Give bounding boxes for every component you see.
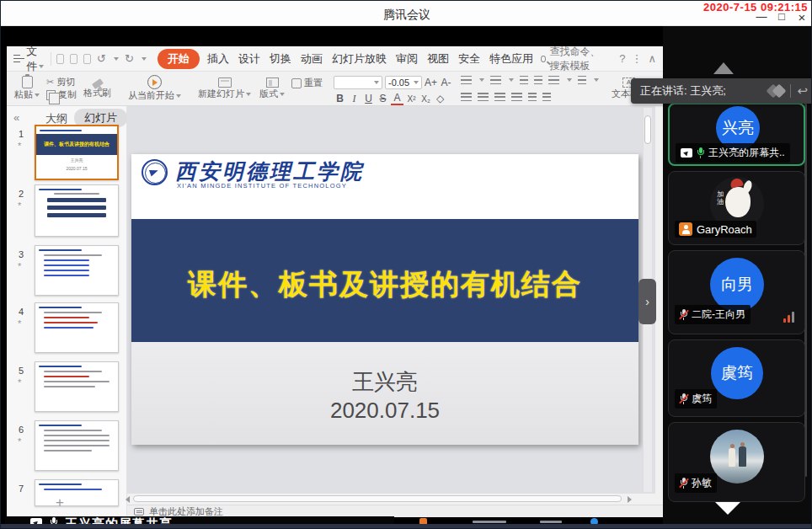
align-center-icon[interactable] [478, 93, 489, 101]
font-name-combo[interactable] [334, 76, 382, 89]
participant-tile-yujun[interactable]: 虞筠 虞筠 [668, 339, 805, 417]
underline-button[interactable]: U [362, 93, 375, 104]
bold-button[interactable]: B [334, 93, 346, 104]
undo-icon[interactable]: ↺ [97, 52, 106, 65]
tab-security[interactable]: 安全 [457, 49, 482, 69]
vertical-scrollbar-thumb[interactable] [644, 115, 651, 144]
superscript-button[interactable]: X² [405, 94, 418, 104]
participant-tile-wangxiangnan[interactable]: 向男 二院-王向男 [668, 250, 805, 334]
expand-panel-button[interactable]: › [638, 279, 656, 324]
cut-button[interactable]: ✂剪切 [46, 76, 77, 88]
line-spacing-icon[interactable] [578, 76, 586, 84]
close-button[interactable]: × [794, 10, 809, 24]
participant-tile-garyroach[interactable]: 加油 GaryRoach [668, 171, 805, 245]
tab-insert[interactable]: 插入 [206, 49, 231, 69]
layout-button[interactable]: 版式 [258, 76, 286, 102]
current-slide[interactable]: 西安明德理工学院 XI'AN MINGDE INSTITUTE OF TECHN… [131, 154, 638, 445]
university-logo-en: XI'AN MINGDE INSTITUTE OF TECHNOLOGY [177, 182, 347, 190]
slide-thumbnail-1[interactable]: 课件、板书及讲授的有机结合 王兴亮 2020.07.15 [35, 125, 119, 180]
tencent-meeting-window: 腾讯会议 2020-7-15 09:21:15 — □ × 文件 ↺ ↻ 开始 … [0, 0, 812, 529]
redo-icon[interactable]: ↻ [125, 52, 134, 65]
title-band: 课件、板书及讲授的有机结合 [131, 219, 638, 342]
tab-home[interactable]: 开始 [158, 49, 200, 69]
collapse-panel-button[interactable]: « [13, 111, 19, 124]
scroll-up-icon[interactable] [713, 62, 734, 74]
italic-button[interactable]: I [348, 93, 361, 105]
maximize-button[interactable]: □ [774, 10, 789, 23]
add-slide-button[interactable]: + [56, 494, 64, 511]
preview-icon[interactable] [83, 54, 91, 64]
subscript-button[interactable]: X₂ [419, 94, 432, 104]
text-direction-icon[interactable] [548, 76, 559, 84]
animation-marker: * [18, 141, 21, 151]
columns-icon[interactable] [542, 93, 551, 101]
new-slide-button[interactable]: 新建幻灯片 [196, 76, 253, 102]
reset-button[interactable]: 重置 [291, 77, 323, 89]
play-from-current-button[interactable]: 从当前开始 [126, 73, 183, 104]
justify-icon[interactable] [511, 93, 522, 101]
tab-view[interactable]: 视图 [425, 49, 451, 69]
slide-number: 2 [19, 189, 24, 199]
scroll-right-icon[interactable] [628, 496, 632, 503]
tab-transition[interactable]: 切换 [268, 49, 293, 69]
horizontal-scrollbar[interactable] [133, 495, 622, 502]
command-search[interactable]: 查找命令、搜索模板 [541, 45, 605, 73]
scissors-icon: ✂ [46, 77, 54, 88]
paste-button[interactable]: 粘贴 [13, 74, 41, 103]
collapse-ribbon-icon[interactable]: ∧ [648, 52, 656, 65]
clear-format-button[interactable]: ◇ [434, 93, 446, 104]
tab-review[interactable]: 审阅 [394, 49, 419, 69]
hamburger-menu-icon[interactable] [13, 55, 20, 62]
slide-thumbnail-7[interactable] [35, 479, 119, 506]
slide-thumbnail-4[interactable] [35, 302, 119, 353]
more-icon[interactable]: ⋮ [631, 52, 642, 65]
distribute-icon[interactable] [528, 93, 537, 101]
font-color-button[interactable]: A [391, 92, 403, 105]
decrease-indent-icon[interactable] [520, 76, 528, 84]
search-placeholder: 查找命令、搜索模板 [550, 45, 606, 73]
scroll-left-icon[interactable] [126, 496, 130, 503]
increase-font-button[interactable]: A+ [425, 77, 437, 88]
tab-special-apps[interactable]: 特色应用 [488, 49, 535, 69]
status-bar-fragment [540, 521, 562, 523]
copy-icon [46, 90, 56, 100]
paste-icon [22, 76, 33, 88]
decrease-font-button[interactable]: A- [440, 77, 452, 88]
notes-bar[interactable]: 单击此处添加备注 [127, 505, 663, 517]
tab-slideshow[interactable]: 幻灯片放映 [330, 49, 388, 69]
align-right-icon[interactable] [494, 93, 505, 101]
copy-button[interactable]: 复制 [46, 88, 77, 101]
minimize-button[interactable]: — [754, 10, 769, 23]
quickbar-dropdown-icon[interactable] [142, 57, 147, 61]
slide-author: 王兴亮 [131, 367, 638, 397]
shared-wps-presentation: 文件 ↺ ↻ 开始 插入 设计 切换 动画 幻灯片放映 审阅 视图 安全 特色应… [7, 46, 663, 517]
status-bar-fragment [473, 521, 506, 523]
align-left-icon[interactable] [461, 93, 472, 101]
tab-design[interactable]: 设计 [237, 49, 262, 69]
increase-indent-icon[interactable] [534, 76, 542, 84]
play-icon [147, 75, 162, 89]
reply-arrow-icon[interactable]: ↩ [797, 83, 808, 99]
font-size-combo[interactable]: -0.05 [385, 76, 422, 89]
thumb-logo-line [40, 130, 82, 131]
save-icon[interactable] [56, 54, 64, 64]
help-icon[interactable]: ? [619, 52, 625, 65]
scroll-down-icon[interactable] [715, 502, 740, 515]
file-menu[interactable]: 文件 [26, 44, 44, 74]
university-emblem-icon [142, 159, 168, 185]
format-painter-button[interactable]: 格式刷 [82, 76, 113, 101]
mic-muted-icon [680, 393, 687, 404]
slide-thumbnail-6[interactable] [35, 420, 119, 471]
strikethrough-button[interactable]: S [377, 93, 389, 104]
mic-on-icon [697, 147, 704, 158]
slide-thumbnail-2[interactable] [35, 184, 119, 237]
print-icon[interactable] [70, 54, 77, 64]
participant-tile-wangxingliang[interactable]: 兴亮 王兴亮的屏幕共.. [668, 103, 805, 166]
participant-tile-sunmin[interactable]: 孙敏 [668, 422, 805, 502]
slide-thumbnail-5[interactable] [35, 361, 119, 412]
search-icon [541, 56, 546, 62]
slide-thumbnail-3[interactable] [35, 245, 119, 296]
tab-animation[interactable]: 动画 [299, 49, 324, 69]
bullet-list-icon[interactable] [461, 76, 472, 84]
numbered-list-icon[interactable] [490, 76, 501, 84]
